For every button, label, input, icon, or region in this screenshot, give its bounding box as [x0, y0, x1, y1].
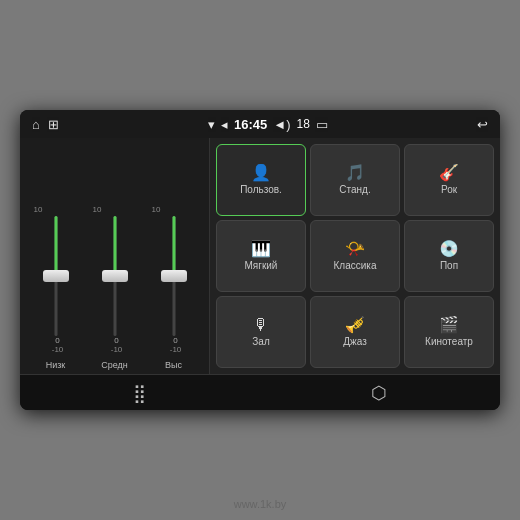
preset-classic-label: Классика	[334, 260, 377, 271]
eq-low-zero: 0	[55, 336, 59, 345]
eq-mid-zero: 0	[114, 336, 118, 345]
eq-label-mid: Средн	[89, 360, 141, 370]
eq-high-slider[interactable]	[158, 216, 190, 336]
home-icon[interactable]: ⌂	[32, 117, 40, 132]
eq-high-thumb[interactable]	[161, 270, 187, 282]
cinema-icon: 🎬	[439, 317, 459, 333]
eq-label-low: Низк	[30, 360, 82, 370]
preset-user[interactable]: 👤 Пользов.	[216, 144, 306, 216]
eq-panel: 10 0 -10 10	[20, 138, 210, 374]
device-screen: ⌂ ⊞ ▾ ◂ 16:45 ◄) 18 ▭ ↩ 10	[20, 110, 500, 410]
eq-mid-slider[interactable]	[99, 216, 131, 336]
eq-channel-mid: 10 0 -10	[89, 205, 141, 354]
preset-rock[interactable]: 🎸 Рок	[404, 144, 494, 216]
user-icon: 👤	[251, 165, 271, 181]
preset-jazz-label: Джаз	[343, 336, 367, 347]
preset-pop[interactable]: 💿 Поп	[404, 220, 494, 292]
eq-channel-high: 10 0 -10	[148, 205, 200, 354]
eq-channel-labels: Низк Средн Выс	[26, 360, 203, 370]
wifi-icon: ▾	[208, 117, 215, 132]
preset-hall[interactable]: 🎙 Зал	[216, 296, 306, 368]
eq-settings-button[interactable]: ⣿	[113, 378, 166, 408]
eq-low-slider[interactable]	[40, 216, 72, 336]
preset-cinema[interactable]: 🎬 Кинотеатр	[404, 296, 494, 368]
horn-icon: 📯	[345, 241, 365, 257]
preset-classic[interactable]: 📯 Классика	[310, 220, 400, 292]
volume-icon: ◄)	[273, 117, 290, 132]
eq-high-top-label: 10	[152, 205, 161, 214]
guitar-icon: 🎸	[439, 165, 459, 181]
eq-mid-thumb[interactable]	[102, 270, 128, 282]
outer-background: ⌂ ⊞ ▾ ◂ 16:45 ◄) 18 ▭ ↩ 10	[0, 0, 520, 520]
preset-grid: 👤 Пользов. 🎵 Станд. 🎸 Рок 🎹 Мягкий 📯	[210, 138, 500, 374]
bottom-bar: ⣿ ⬡	[20, 374, 500, 410]
volume-level: 18	[296, 117, 309, 131]
eq-low-thumb[interactable]	[43, 270, 69, 282]
status-bar: ⌂ ⊞ ▾ ◂ 16:45 ◄) 18 ▭ ↩	[20, 110, 500, 138]
grid-icon[interactable]: ⊞	[48, 117, 59, 132]
status-center: ▾ ◂ 16:45 ◄) 18 ▭	[208, 117, 328, 132]
preset-cinema-label: Кинотеатр	[425, 336, 473, 347]
layout-button[interactable]: ⬡	[351, 378, 407, 408]
preset-pop-label: Поп	[440, 260, 458, 271]
music-note-icon: 🎵	[345, 165, 365, 181]
eq-label-high: Выс	[148, 360, 200, 370]
trumpet-icon: 🎺	[345, 317, 365, 333]
clock: 16:45	[234, 117, 267, 132]
eq-sliders: 10 0 -10 10	[26, 146, 203, 356]
preset-soft[interactable]: 🎹 Мягкий	[216, 220, 306, 292]
main-content: 10 0 -10 10	[20, 138, 500, 374]
watermark: www.1k.by	[234, 498, 287, 510]
eq-low-fill	[54, 216, 57, 276]
signal-icon: ◂	[221, 117, 228, 132]
eq-high-zero: 0	[173, 336, 177, 345]
preset-standard[interactable]: 🎵 Станд.	[310, 144, 400, 216]
eq-low-top-label: 10	[34, 205, 43, 214]
preset-hall-label: Зал	[252, 336, 269, 347]
eq-mid-bot-label: -10	[111, 345, 123, 354]
eq-mid-fill	[113, 216, 116, 276]
preset-rock-label: Рок	[441, 184, 457, 195]
mic-icon: 🎙	[253, 317, 269, 333]
screen-icon: ▭	[316, 117, 328, 132]
eq-high-fill	[172, 216, 175, 276]
status-left-icons: ⌂ ⊞	[32, 117, 59, 132]
eq-mid-top-label: 10	[93, 205, 102, 214]
disc-icon: 💿	[439, 241, 459, 257]
piano-icon: 🎹	[251, 241, 271, 257]
preset-jazz[interactable]: 🎺 Джаз	[310, 296, 400, 368]
preset-standard-label: Станд.	[339, 184, 370, 195]
back-icon[interactable]: ↩	[477, 117, 488, 132]
eq-low-bot-label: -10	[52, 345, 64, 354]
preset-user-label: Пользов.	[240, 184, 282, 195]
eq-high-bot-label: -10	[170, 345, 182, 354]
status-right-icons: ↩	[477, 117, 488, 132]
preset-soft-label: Мягкий	[245, 260, 278, 271]
eq-channel-low: 10 0 -10	[30, 205, 82, 354]
